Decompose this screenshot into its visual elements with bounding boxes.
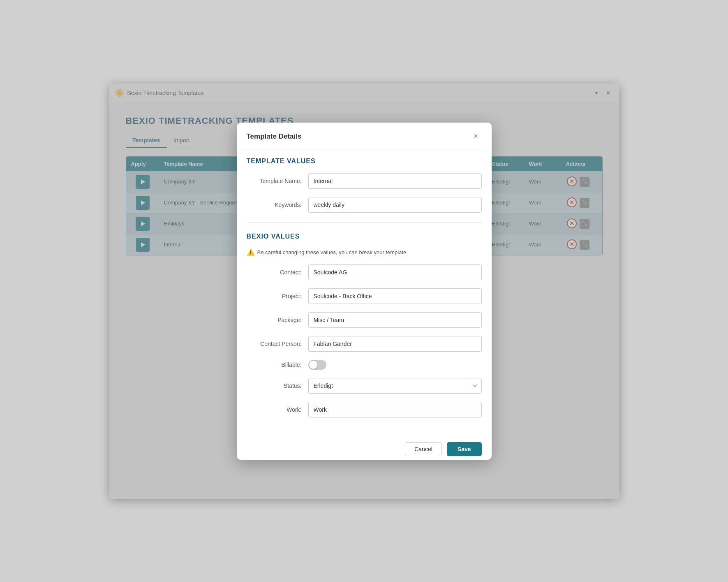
modal-dialog: Template Details × TEMPLATE VALUES Templ… <box>237 123 492 460</box>
work-group: Work: <box>247 402 482 417</box>
contact-person-group: Contact Person: <box>247 336 482 352</box>
contact-person-input[interactable] <box>308 336 482 352</box>
keywords-input[interactable] <box>308 197 482 213</box>
template-name-group: Template Name: <box>247 173 482 189</box>
billable-group: Billable: <box>247 360 482 370</box>
modal-footer: Cancel Save <box>237 436 492 460</box>
toggle-track[interactable] <box>308 360 326 370</box>
project-group: Project: <box>247 288 482 304</box>
toggle-thumb <box>309 361 317 369</box>
template-values-title: TEMPLATE VALUES <box>247 158 482 165</box>
contact-group: Contact: <box>247 264 482 280</box>
modal-overlay: Template Details × TEMPLATE VALUES Templ… <box>109 83 619 499</box>
keywords-label: Keywords: <box>247 202 308 208</box>
template-name-input[interactable] <box>308 173 482 189</box>
contact-input[interactable] <box>308 264 482 280</box>
package-label: Package: <box>247 317 308 323</box>
save-button[interactable]: Save <box>447 442 482 456</box>
section-divider <box>247 223 482 223</box>
template-name-label: Template Name: <box>247 178 308 184</box>
package-group: Package: <box>247 312 482 328</box>
warning-text: Be careful changing these values, you ca… <box>257 249 408 255</box>
warning-icon: ⚠️ <box>247 248 255 256</box>
project-input[interactable] <box>308 288 482 304</box>
status-group: Status: Erledigt Offen In Bearbeitung <box>247 378 482 394</box>
contact-person-label: Contact Person: <box>247 341 308 347</box>
status-select[interactable]: Erledigt Offen In Bearbeitung <box>308 378 482 394</box>
work-label: Work: <box>247 406 308 413</box>
work-input[interactable] <box>308 402 482 417</box>
modal-close-button[interactable]: × <box>470 131 482 142</box>
keywords-group: Keywords: <box>247 197 482 213</box>
package-input[interactable] <box>308 312 482 328</box>
cancel-button[interactable]: Cancel <box>405 442 442 456</box>
billable-label: Billable: <box>247 362 308 368</box>
bexio-values-title: BEXIO VALUES <box>247 233 482 240</box>
modal-header: Template Details × <box>237 123 492 149</box>
contact-label: Contact: <box>247 269 308 276</box>
billable-toggle[interactable] <box>308 360 326 370</box>
modal-title: Template Details <box>247 132 302 141</box>
modal-body: TEMPLATE VALUES Template Name: Keywords:… <box>237 149 492 436</box>
app-window: ☀️ Bexio Timetracking Templates ▾ × BEXI… <box>109 83 619 499</box>
project-label: Project: <box>247 293 308 299</box>
warning-message: ⚠️ Be careful changing these values, you… <box>247 248 482 256</box>
status-label: Status: <box>247 383 308 389</box>
